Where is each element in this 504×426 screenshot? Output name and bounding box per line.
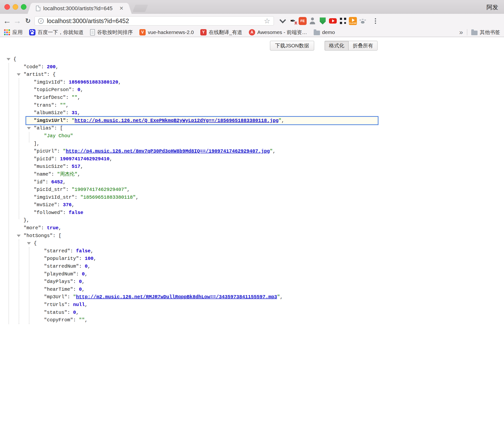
folder-icon	[471, 31, 478, 35]
new-tab-button[interactable]	[133, 5, 148, 12]
reload-button[interactable]: ↻	[23, 14, 33, 28]
other-bookmarks-label: 其他书签	[480, 29, 500, 36]
bookmark-star-icon[interactable]: ☆	[264, 17, 270, 25]
json-line: },	[0, 216, 504, 224]
qrcode-extension-icon[interactable]	[339, 17, 347, 25]
shield-extension-icon[interactable]	[318, 17, 327, 25]
json-line-more: "more": true,	[0, 224, 504, 232]
chevron-extension-icon[interactable]	[278, 17, 287, 25]
tree-guide-line	[19, 239, 19, 324]
ext-badge-label: FE	[301, 19, 305, 23]
json-line-playedNum: "playedNum": 0,	[0, 270, 504, 278]
translate-pen-extension-icon[interactable]: 英	[288, 17, 297, 25]
bookmark-item[interactable]: 应用	[4, 29, 23, 36]
collapse-toggle-icon[interactable]	[17, 73, 21, 76]
json-line-picId: "picId": 19097417462929410,	[0, 155, 504, 163]
download-json-button[interactable]: 下载JSON数据	[270, 41, 314, 51]
awesomes-favicon-icon: A	[249, 29, 255, 35]
json-line-status: "status": 0,	[0, 309, 504, 316]
json-line-artist: "artist": {	[0, 71, 504, 78]
person-extension-icon[interactable]	[308, 17, 317, 25]
bookmark-item[interactable]: 百度一下，你就知道	[29, 29, 84, 36]
json-line-name: "name": "周杰伦",	[0, 170, 504, 178]
browser-menu-icon[interactable]	[372, 17, 379, 25]
bookmark-label: 在线翻译_有道	[209, 29, 242, 36]
json-line-id: "id": 6452,	[0, 178, 504, 186]
youtube-extension-icon[interactable]	[328, 17, 337, 25]
collapse-toggle-icon[interactable]	[17, 235, 21, 237]
bookmark-item[interactable]: demo	[314, 29, 335, 35]
json-line-popularity: "popularity": 100,	[0, 255, 504, 263]
tree-guide-line	[29, 247, 29, 324]
format-button[interactable]: 格式化	[325, 41, 348, 51]
bookmark-item[interactable]: AAwesomes - 前端资…	[249, 29, 307, 36]
window-controls	[4, 4, 26, 10]
tab-strip: localhost:3000/artists?id=645 × 阿发	[0, 0, 504, 14]
fe-extension-icon[interactable]: FE	[299, 17, 307, 25]
window-minimize-button[interactable]	[13, 4, 18, 10]
json-line-starred: "starred": false,	[0, 247, 504, 255]
tree-guide-line	[19, 78, 19, 219]
bookmark-item[interactable]: Y在线翻译_有道	[200, 29, 242, 36]
json-line-picId_str: "picId_str": "19097417462929407",	[0, 186, 504, 194]
page-info-icon[interactable]: i	[38, 18, 44, 24]
back-button[interactable]: ←	[2, 14, 12, 28]
json-line: {	[0, 55, 504, 63]
json-line-hotSongs: "hotSongs": [	[0, 232, 504, 240]
collapse-toggle-icon[interactable]	[27, 127, 31, 129]
baidu-paw-icon	[29, 29, 35, 35]
bookmarks-right: » 其他书签	[459, 29, 500, 36]
json-line: "Jay Chou"	[0, 132, 504, 140]
json-url-link[interactable]: http://m2.music.126.net/RMJR7wDullRqppBk…	[76, 294, 277, 300]
json-line-mvSize: "mvSize": 376,	[0, 201, 504, 209]
bookmark-item[interactable]: Vvue-hackernews-2.0	[139, 29, 194, 35]
bookmark-label: vue-hackernews-2.0	[148, 29, 194, 35]
bookmark-item[interactable]: 谷歌按时间排序	[90, 29, 133, 36]
bookmarks-list: 应用百度一下，你就知道谷歌按时间排序Vvue-hackernews-2.0Y在线…	[4, 29, 335, 36]
extensions-row: 英FEPLAYER	[278, 17, 367, 25]
collapse-toggle-icon[interactable]	[7, 58, 10, 60]
other-bookmarks-button[interactable]: 其他书签	[471, 29, 500, 36]
window-close-button[interactable]	[4, 4, 10, 10]
player-extension-icon[interactable]: PLAYER	[349, 17, 357, 25]
page-content: 下载JSON数据 格式化 折叠所有 {"code": 200,"artist":…	[0, 37, 504, 426]
json-line-albumSize: "albumSize": 31,	[0, 109, 504, 117]
bookmarks-overflow-icon[interactable]: »	[459, 29, 463, 36]
browser-window: localhost:3000/artists?id=645 × 阿发 ← → ↻…	[0, 0, 504, 426]
json-line-musicSize: "musicSize": 517,	[0, 163, 504, 170]
json-line-briefDesc: "briefDesc": "",	[0, 94, 504, 102]
ext-badge-label: 英	[294, 21, 297, 25]
collapse-all-button[interactable]: 折叠所有	[348, 41, 378, 51]
bookmarks-separator	[467, 29, 467, 35]
json-tree: {"code": 200,"artist": {"img1v1Id": 1856…	[0, 55, 504, 324]
apps-grid-icon	[4, 29, 10, 35]
tab-close-icon[interactable]: ×	[119, 5, 123, 12]
json-line-picUrl: "picUrl": "http://p4.music.126.net/8mv7q…	[0, 147, 504, 155]
window-fullscreen-button[interactable]	[21, 4, 26, 10]
json-line-code: "code": 200,	[0, 63, 504, 71]
profile-name: 阿发	[487, 3, 498, 11]
json-url-link[interactable]: http://p4.music.126.net/8mv7qP30Pd3oHW8b…	[66, 148, 270, 154]
bookmark-label: demo	[322, 29, 335, 35]
json-line-topicPerson: "topicPerson": 0,	[0, 86, 504, 94]
collapse-toggle-icon[interactable]	[27, 242, 31, 245]
json-url-link[interactable]: http://p4.music.126.net/Q_ExePNkmqB2yWyL…	[75, 118, 278, 123]
page-favicon-icon	[36, 6, 40, 11]
omnibox[interactable]: i localhost:3000/artists?id=6452 ☆	[34, 16, 274, 26]
json-line-followed: "followed": false	[0, 209, 504, 217]
forward-button[interactable]: →	[12, 14, 22, 28]
bookmarks-bar: 应用百度一下，你就知道谷歌按时间排序Vvue-hackernews-2.0Y在线…	[0, 28, 504, 37]
folder-icon	[314, 31, 320, 35]
json-line-alias: "alias": [	[0, 124, 504, 132]
bookmark-label: Awesomes - 前端资…	[257, 29, 307, 36]
json-line-dayPlays: "dayPlays": 0,	[0, 278, 504, 286]
active-tab[interactable]: localhost:3000/artists?id=645 ×	[32, 3, 127, 14]
ext-badge-label: PLAYER	[349, 22, 357, 24]
bookmark-label: 谷歌按时间排序	[97, 29, 133, 36]
navigation-toolbar: ← → ↻ i localhost:3000/artists?id=6452 ☆…	[0, 14, 504, 28]
json-line-starredNum: "starredNum": 0,	[0, 263, 504, 270]
paw-extension-icon[interactable]	[358, 17, 367, 25]
page-icon	[90, 29, 95, 35]
json-line-img1v1Id: "img1v1Id": 18569651883380120,	[0, 78, 504, 86]
json-line: ],	[0, 140, 504, 148]
